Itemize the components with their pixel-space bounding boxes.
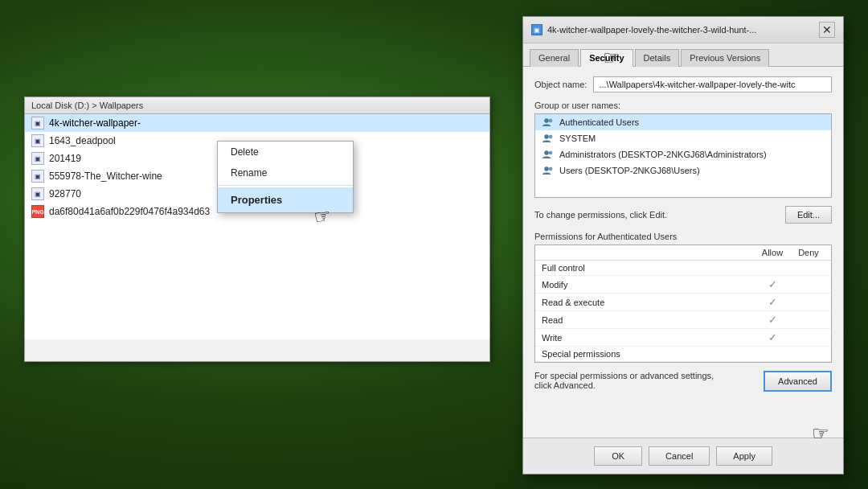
user-item-administrators[interactable]: Administrators (DESKTOP-2NKGJ68\Administ… [535,146,831,162]
user-item-system[interactable]: SYSTEM [535,130,831,146]
user-name: Administrators (DESKTOP-2NKGJ68\Administ… [559,150,767,159]
dialog-title-text: 4k-witcher-wallpaper-lovely-the-witcher-… [547,25,756,35]
user-group-icon [542,149,555,160]
perm-row-special: Special permissions [535,347,831,362]
context-menu-divider [218,185,353,186]
context-menu-rename[interactable]: Rename [218,162,353,183]
file-name: 1643_deadpool [49,135,116,146]
svg-point-4 [545,151,549,155]
perm-name: Write [542,333,752,343]
user-name: Users (DESKTOP-2NKGJ68\Users) [559,166,700,175]
advanced-button[interactable]: Advanced [764,371,832,392]
dialog-titlebar: ▣ 4k-witcher-wallpaper-lovely-the-witche… [523,17,843,43]
tab-general[interactable]: General [530,49,579,67]
user-item-authenticated[interactable]: Authenticated Users [535,114,831,130]
dialog-content: Object name: ...\Wallpapers\4k-witcher-w… [523,67,843,438]
perm-col-allow: Allow [752,248,792,257]
tab-security[interactable]: Security [580,49,633,67]
advanced-row: For special permissions or advanced sett… [534,371,832,392]
perm-allow-check: ✓ [752,296,792,308]
object-name-value: ...\Wallpapers\4k-witcher-wallpaper-love… [593,76,832,92]
user-group-icon [542,117,555,128]
perm-name: Full control [542,263,752,273]
perm-allow-check: ✓ [752,331,792,343]
file-icon: ▣ [31,187,44,200]
user-icon [542,133,555,144]
perm-allow-check: ✓ [752,314,792,326]
perm-row-modify: Modify ✓ [535,276,831,294]
file-name: 4k-witcher-wallpaper- [49,117,141,129]
perm-allow-check: ✓ [752,278,792,290]
svg-point-0 [545,119,549,123]
file-icon: ▣ [31,152,44,165]
change-permissions-row: To change permissions, click Edit. Edit.… [534,206,832,224]
perm-name: Modify [542,280,752,290]
user-name: Authenticated Users [559,117,639,127]
context-menu: Delete Rename Properties [217,141,354,213]
context-menu-properties[interactable]: Properties [218,187,353,212]
cancel-button[interactable]: Cancel [649,446,710,466]
object-name-row: Object name: ...\Wallpapers\4k-witcher-w… [534,76,832,92]
change-permissions-text: To change permissions, click Edit. [534,210,667,220]
svg-point-7 [549,167,552,171]
dialog-title-icon: ▣ [531,24,542,35]
permissions-header: Permissions for Authenticated Users [534,232,832,241]
users-list[interactable]: Authenticated Users SYSTEM [534,113,832,198]
perm-col-name [542,248,752,257]
advanced-text: For special permissions or advanced sett… [534,371,727,390]
tab-previous-versions[interactable]: Previous Versions [681,49,769,67]
svg-point-2 [545,135,549,139]
context-menu-delete[interactable]: Delete [218,142,353,162]
permissions-table: Allow Deny Full control Modify ✓ Read & … [534,244,832,363]
svg-point-1 [549,119,552,122]
file-icon: ▣ [31,170,44,183]
svg-point-6 [545,167,549,171]
svg-point-3 [549,135,552,138]
user-item-users[interactable]: Users (DESKTOP-2NKGJ68\Users) [535,162,831,179]
edit-button[interactable]: Edit... [785,206,832,224]
perm-row-write: Write ✓ [535,329,831,347]
ok-button[interactable]: OK [594,446,642,466]
user-group-icon [542,165,555,176]
file-name: 201419 [49,153,81,164]
apply-button[interactable]: Apply [716,446,772,466]
perm-row-read-execute: Read & execute ✓ [535,294,831,311]
tab-details[interactable]: Details [635,49,680,67]
svg-point-5 [549,151,552,154]
perm-col-deny: Deny [792,248,825,257]
file-explorer: Local Disk (D:) > Wallpapers ▣ 4k-witche… [24,97,490,362]
dialog-close-button[interactable]: ✕ [819,22,835,38]
user-name: SYSTEM [559,134,596,143]
perm-row-read: Read ✓ [535,311,831,329]
file-icon: ▣ [31,117,44,129]
file-name: 928770 [49,188,81,199]
dialog-buttons: OK Cancel Apply [523,438,843,474]
breadcrumb-text: Local Disk (D:) > Wallpapers [31,101,143,110]
object-name-label: Object name: [534,80,587,89]
file-icon: ▣ [31,134,44,147]
group-label: Group or user names: [534,101,832,110]
properties-dialog: ▣ 4k-witcher-wallpaper-lovely-the-witche… [522,16,844,475]
png-file-icon: PNG [31,205,44,218]
permissions-table-header: Allow Deny [535,245,831,261]
perm-name: Read & execute [542,298,752,307]
perm-row-full-control: Full control [535,261,831,276]
list-item[interactable]: ▣ 4k-witcher-wallpaper- [25,114,489,132]
perm-name: Special permissions [542,349,752,359]
file-name: 555978-The_Witcher-wine [49,171,162,182]
dialog-title: ▣ 4k-witcher-wallpaper-lovely-the-witche… [531,24,756,35]
explorer-breadcrumb: Local Disk (D:) > Wallpapers [25,97,489,114]
file-name: da6f80d41a6af0b229f0476f4a934d63 [49,206,210,217]
perm-name: Read [542,315,752,325]
dialog-tabs: General Security Details Previous Versio… [523,43,843,67]
